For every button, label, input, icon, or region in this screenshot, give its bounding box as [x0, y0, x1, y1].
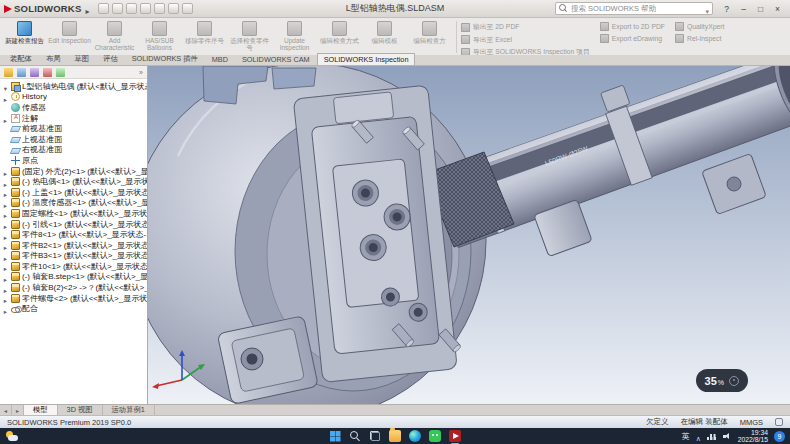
panel-tabs-overflow-icon[interactable]: »	[139, 69, 143, 76]
tree-item[interactable]: 零件B2<1> (默认<<默认>_显示状态-1	[2, 240, 147, 251]
expand-arrow-icon[interactable]	[2, 208, 9, 219]
save-icon[interactable]	[126, 3, 137, 14]
rebuild-icon[interactable]	[168, 3, 179, 14]
ribbon-button-remove-balloons[interactable]: 移除零件序号	[182, 19, 227, 55]
taskbar-icon-edge[interactable]	[409, 430, 421, 442]
expand-arrow-icon[interactable]	[2, 92, 9, 103]
tree-item[interactable]: (-) 上盖<1> (默认<<默认>_显示状态-1	[2, 187, 147, 198]
tree-item[interactable]: (-) 温度传感器<1> (默认<<默认>_显示	[2, 198, 147, 209]
tree-item[interactable]: 传感器	[2, 102, 147, 113]
dimxpert-manager-tab-icon[interactable]	[43, 68, 52, 77]
ribbon-button-add-characteristic[interactable]: Add Characteristic	[92, 19, 137, 55]
tree-item[interactable]: 零件B3<1> (默认<<默认>_显示状态-1	[2, 251, 147, 262]
expand-arrow-icon[interactable]	[2, 176, 9, 187]
export-button[interactable]: Export eDrawing	[600, 34, 665, 43]
graphics-area[interactable]: L50RW-Ø25W	[148, 66, 790, 404]
options-icon[interactable]	[182, 3, 193, 14]
expand-arrow-icon[interactable]	[2, 251, 9, 262]
tree-item[interactable]: (-) 轴套B.step<1> (默认<<默认>_显示	[2, 272, 147, 283]
expand-arrow-icon[interactable]	[2, 198, 9, 209]
network-icon[interactable]	[707, 432, 717, 440]
expand-arrow-icon[interactable]	[2, 282, 9, 293]
property-manager-tab-icon[interactable]	[17, 68, 26, 77]
tree-item[interactable]: (-) 引线<1> (默认<<默认>_显示状态-1	[2, 219, 147, 230]
expand-arrow-icon[interactable]	[2, 303, 9, 314]
tree-item[interactable]: 零件10<1> (默认<<默认>_显示状态-1	[2, 261, 147, 272]
model-tab-2[interactable]: 运动算例1	[103, 405, 155, 415]
taskbar-icon-file-explorer[interactable]	[389, 430, 401, 442]
collapse-arrow-icon[interactable]	[2, 81, 9, 92]
tree-item[interactable]: 上视基准面	[2, 134, 147, 145]
tree-item[interactable]: 前视基准面	[2, 123, 147, 134]
search-dropdown-icon[interactable]	[705, 0, 709, 18]
viewport-3d[interactable]: L50RW-Ø25W	[148, 66, 790, 404]
tree-item[interactable]: (固定) 外壳(2)<1> (默认<<默认>_显示状	[2, 166, 147, 177]
export-button[interactable]: 输出至 2D PDF	[461, 22, 590, 32]
status-custom-icon[interactable]	[775, 418, 783, 426]
expand-arrow-icon[interactable]	[2, 219, 9, 230]
tab-SOLIDWORKS 插件[interactable]: SOLIDWORKS 插件	[125, 52, 205, 65]
ribbon-button-edit-method[interactable]: 编辑检查方式	[317, 19, 362, 55]
tab-SOLIDWORKS CAM[interactable]: SOLIDWORKS CAM	[235, 53, 317, 65]
ime-indicator[interactable]: 英	[682, 431, 690, 442]
tab-SOLIDWORKS Inspection[interactable]: SOLIDWORKS Inspection	[317, 53, 416, 65]
ribbon-button-edit-inspection[interactable]: Edit Inspection	[47, 19, 92, 55]
open-file-icon[interactable]	[112, 3, 123, 14]
expand-arrow-icon[interactable]	[2, 240, 9, 251]
display-manager-tab-icon[interactable]	[56, 68, 65, 77]
tree-item[interactable]: 配合	[2, 303, 147, 314]
undo-icon[interactable]	[154, 3, 165, 14]
taskbar-icon-wechat[interactable]	[429, 430, 441, 442]
tree-item[interactable]: 固定螺栓<1> (默认<<默认>_显示状态	[2, 208, 147, 219]
expand-arrow-icon[interactable]	[2, 187, 9, 198]
expand-arrow-icon[interactable]	[2, 261, 9, 272]
taskbar-icon-search[interactable]	[349, 430, 361, 442]
export-button[interactable]: QualityXpert	[675, 22, 724, 31]
tree-item[interactable]: History	[2, 92, 147, 103]
export-button[interactable]: Export to 2D PDF	[600, 22, 665, 31]
taskbar-widgets[interactable]	[5, 430, 19, 442]
tree-item[interactable]: 原点	[2, 155, 147, 166]
expand-arrow-icon[interactable]	[2, 229, 9, 240]
close-button[interactable]: ×	[769, 2, 786, 16]
expand-arrow-icon[interactable]	[2, 293, 9, 304]
volume-icon[interactable]	[723, 432, 732, 441]
configuration-manager-tab-icon[interactable]	[30, 68, 39, 77]
help-search-box[interactable]: 搜索 SOLIDWORKS 帮助	[555, 2, 713, 15]
tray-chevron-icon[interactable]	[696, 427, 701, 444]
tree-item[interactable]: 零件螺母<2> (默认<<默认>_显示状态	[2, 293, 147, 304]
export-button[interactable]: 导出至 Excel	[461, 35, 590, 45]
minimize-button[interactable]: –	[735, 2, 752, 16]
model-tab-0[interactable]: 模型	[24, 405, 58, 415]
tree-item[interactable]: 注解	[2, 113, 147, 124]
taskbar-icon-start[interactable]	[329, 430, 341, 442]
tree-root[interactable]: L型铝轴热电偶 (默认<默认_显示状态-1>	[2, 81, 147, 92]
feature-manager-tab-icon[interactable]	[4, 68, 13, 77]
ribbon-button-edit-characteristic[interactable]: 编辑检查方	[407, 19, 452, 55]
maximize-button[interactable]: □	[752, 2, 769, 16]
ribbon-button-new-inspection-report[interactable]: 新建检查报告	[2, 19, 47, 55]
taskbar-icon-solidworks[interactable]	[449, 430, 461, 442]
expand-arrow-icon[interactable]	[2, 272, 9, 283]
model-tab-1[interactable]: 3D 视图	[58, 405, 103, 415]
tab-草图[interactable]: 草图	[67, 52, 96, 65]
tree-item[interactable]: 右视基准面	[2, 145, 147, 156]
tree-item[interactable]: (-) 轴套B(2)<2> -> ? (默认<<默认>_显	[2, 282, 147, 293]
ribbon-button-balloons[interactable]: HAS/SUB Balloons	[137, 19, 182, 55]
tree-item[interactable]: (-) 热电偶<1> (默认<<默认>_显示状态	[2, 176, 147, 187]
help-button[interactable]: ?	[718, 2, 735, 16]
ribbon-button-select-balloons[interactable]: 选择检查零件号	[227, 19, 272, 55]
expand-arrow-icon[interactable]	[2, 113, 9, 124]
tabs-scroll-left-icon[interactable]: ◂	[0, 405, 12, 415]
ribbon-button-edit-template[interactable]: 编辑模板	[362, 19, 407, 55]
tab-MBD[interactable]: MBD	[205, 53, 235, 65]
ribbon-button-update-inspection[interactable]: Update Inspection	[272, 19, 317, 55]
print-icon[interactable]	[140, 3, 151, 14]
tab-布局[interactable]: 布局	[39, 52, 68, 65]
tab-评估[interactable]: 评估	[96, 52, 125, 65]
menus-expand-icon[interactable]	[85, 0, 89, 18]
taskbar-icon-task-view[interactable]	[369, 430, 381, 442]
tree-item[interactable]: 零件8<1> (默认<<默认>_显示状态-1>	[2, 229, 147, 240]
expand-arrow-icon[interactable]	[2, 166, 9, 177]
tabs-scroll-right-icon[interactable]: ▸	[12, 405, 24, 415]
